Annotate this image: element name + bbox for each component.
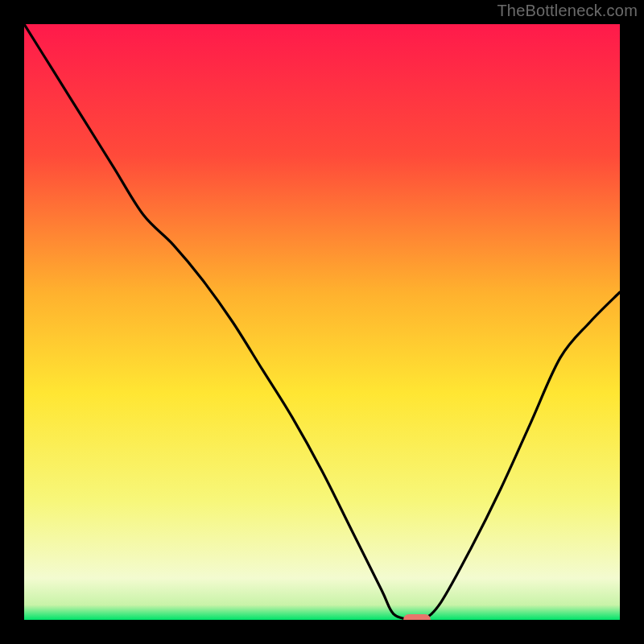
optimum-marker bbox=[403, 614, 431, 620]
chart-frame: TheBottleneck.com bbox=[0, 0, 644, 644]
watermark-text: TheBottleneck.com bbox=[497, 2, 638, 20]
gradient-chart bbox=[24, 24, 620, 620]
plot-area bbox=[24, 24, 620, 620]
gradient-background bbox=[24, 24, 620, 620]
